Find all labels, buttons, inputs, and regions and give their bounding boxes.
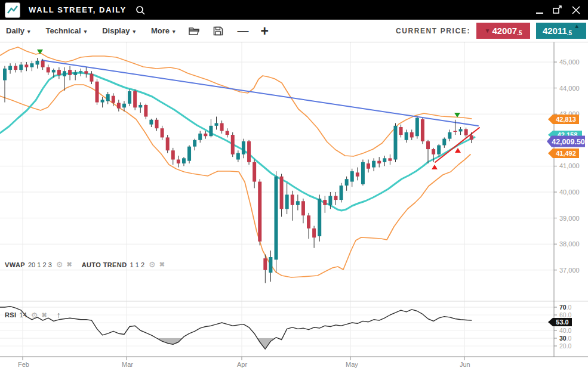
rsi-remove-icon[interactable]: ✖ xyxy=(41,311,47,319)
svg-text:44,000: 44,000 xyxy=(559,85,580,92)
svg-text:42,009.50: 42,009.50 xyxy=(552,138,585,146)
vwap-label: VWAP xyxy=(5,261,25,268)
svg-text:Mar: Mar xyxy=(122,361,133,368)
svg-text:Feb: Feb xyxy=(18,361,29,368)
svg-text:45,000: 45,000 xyxy=(559,58,580,66)
svg-text:41,492: 41,492 xyxy=(556,150,576,157)
rsi-settings-gear-icon[interactable]: ⚙ xyxy=(31,311,38,320)
vwap-line xyxy=(0,73,475,211)
svg-text:38,000: 38,000 xyxy=(559,240,580,248)
svg-text:37,000: 37,000 xyxy=(559,267,580,274)
auto-trend-lines xyxy=(42,60,479,162)
svg-text:39,000: 39,000 xyxy=(559,215,580,222)
autotrend-settings-gear-icon[interactable]: ⚙ xyxy=(149,260,156,269)
svg-text:53.0: 53.0 xyxy=(556,319,568,326)
svg-text:42,813: 42,813 xyxy=(556,116,576,123)
svg-text:40,000: 40,000 xyxy=(559,188,580,196)
svg-text:Jun: Jun xyxy=(460,361,470,368)
svg-text:May: May xyxy=(346,361,358,368)
bollinger-bands xyxy=(0,47,472,277)
rsi-panel xyxy=(0,307,472,350)
svg-text:60.0: 60.0 xyxy=(559,311,572,319)
rsi-label: RSI xyxy=(5,311,17,319)
autotrend-label: AUTO TREND xyxy=(82,261,127,268)
vwap-remove-icon[interactable]: ✖ xyxy=(66,261,72,268)
indicator-labels: VWAP 20 1 2 3 ⚙ ✖ AUTO TREND 1 1 2 ⚙ ✖ xyxy=(5,260,165,269)
rsi-move-up-icon[interactable]: ↑ xyxy=(57,310,61,320)
autotrend-remove-icon[interactable]: ✖ xyxy=(159,261,165,268)
trading-platform-window: WALL STREET, DAILY Daily▾ Technical▾ Dis… xyxy=(0,0,588,371)
svg-text:70.0: 70.0 xyxy=(559,304,572,311)
svg-text:40.0: 40.0 xyxy=(559,327,572,334)
svg-text:Apr: Apr xyxy=(237,361,247,368)
rsi-indicator-labels: RSI 14 ⚙ ✖ ↑ xyxy=(5,310,61,320)
svg-text:41,000: 41,000 xyxy=(559,162,580,169)
price-chart[interactable]: 45,00044,00043,00042,00041,00040,00039,0… xyxy=(0,0,588,371)
chart-axes: 45,00044,00043,00042,00041,00040,00039,0… xyxy=(0,42,588,368)
svg-text:20.0: 20.0 xyxy=(559,342,572,350)
vwap-settings-gear-icon[interactable]: ⚙ xyxy=(56,260,63,269)
svg-text:30.0: 30.0 xyxy=(559,335,572,342)
